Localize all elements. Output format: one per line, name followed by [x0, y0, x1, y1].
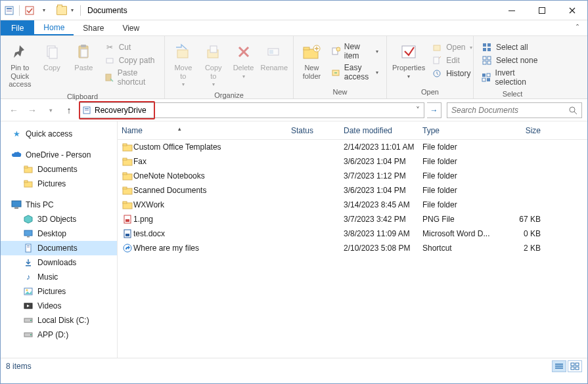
back-button[interactable]: ←	[6, 102, 22, 118]
nav-downloads[interactable]: Downloads	[1, 255, 117, 270]
nav-desktop[interactable]: Desktop	[1, 226, 117, 241]
history-label: History	[446, 69, 470, 78]
file-row[interactable]: OneNote Notebooks3/7/2023 1:12 PMFile fo…	[118, 169, 587, 183]
nav-local-disk-c[interactable]: Local Disk (C:)	[1, 313, 117, 328]
address-dropdown-icon[interactable]: ˅	[412, 106, 424, 115]
nav-documents-label: Documents	[37, 244, 78, 253]
file-row[interactable]: Custom Office Templates2/14/2023 11:01 A…	[118, 140, 587, 154]
nav-3d-objects[interactable]: 3D Objects	[1, 212, 117, 226]
download-icon	[23, 257, 34, 268]
collapse-ribbon-icon[interactable]: ˆ	[568, 20, 587, 35]
move-to-button[interactable]: Move to▾	[169, 39, 198, 90]
file-name: Fax	[133, 157, 291, 166]
desktop-icon	[23, 228, 34, 239]
delete-button[interactable]: Delete▾	[229, 39, 258, 82]
music-icon: ♪	[23, 272, 34, 282]
properties-qat-icon[interactable]	[3, 5, 15, 16]
copy-path-button[interactable]: Copy path	[102, 54, 159, 66]
nav-documents[interactable]: Documents	[1, 241, 117, 255]
nav-onedrive-documents[interactable]: Documents	[1, 162, 117, 177]
search-input[interactable]	[451, 106, 568, 115]
col-date[interactable]: Date modified	[344, 126, 422, 135]
open-button[interactable]: Open ▾	[429, 41, 474, 53]
pin-to-quick-access-button[interactable]: Pin to Quick access	[5, 39, 35, 91]
svg-rect-37	[482, 74, 486, 77]
window-buttons	[497, 1, 587, 20]
new-group: New folder New item ▾ Easy access ▾ New	[294, 36, 387, 98]
properties-qat-checked-icon[interactable]	[24, 5, 35, 16]
navigation-pane[interactable]: ★Quick access OneDrive - Person Document…	[1, 121, 118, 358]
file-row[interactable]: 1.png3/7/2023 3:42 PMPNG File67 KB	[118, 212, 587, 226]
nav-quick-access[interactable]: ★Quick access	[1, 127, 117, 141]
file-row[interactable]: WXWork3/14/2023 8:45 AMFile folder	[118, 198, 587, 212]
close-button[interactable]	[557, 1, 587, 20]
recent-locations-button[interactable]: ▾	[43, 102, 58, 118]
up-button[interactable]: ↑	[61, 102, 77, 118]
nav-app-d[interactable]: APP (D:)	[1, 328, 117, 342]
copy-button[interactable]: Copy	[37, 39, 68, 75]
svg-rect-30	[487, 43, 491, 47]
nav-onedrive-pictures[interactable]: Pictures	[1, 177, 117, 191]
copy-to-label: Copy to	[205, 64, 222, 80]
share-tab[interactable]: Share	[74, 20, 113, 35]
edit-button[interactable]: Edit	[429, 54, 474, 66]
svg-rect-42	[85, 108, 89, 110]
address-input[interactable]	[93, 104, 412, 117]
minimize-button[interactable]	[497, 1, 527, 20]
svg-point-44	[570, 107, 575, 112]
file-row[interactable]: Where are my files2/10/2023 5:08 PMShort…	[118, 241, 587, 255]
details-view-button[interactable]	[552, 360, 566, 372]
svg-rect-82	[571, 363, 574, 366]
view-tab[interactable]: View	[113, 20, 148, 35]
qat-dropdown-icon[interactable]: ▾	[38, 5, 50, 16]
file-row[interactable]: test.docx3/8/2023 11:09 AMMicrosoft Word…	[118, 226, 587, 241]
file-size: 0 KB	[501, 229, 547, 238]
forward-button[interactable]: →	[24, 102, 40, 118]
file-size: 2 KB	[501, 244, 547, 253]
nav-videos[interactable]: Videos	[1, 299, 117, 313]
title-dropdown-icon[interactable]: ▾	[71, 7, 74, 13]
go-button[interactable]: →	[427, 102, 441, 118]
maximize-button[interactable]	[527, 1, 557, 20]
col-size[interactable]: Size	[501, 126, 547, 135]
folder-icon	[122, 156, 133, 167]
paste-shortcut-button[interactable]: Paste shortcut	[102, 68, 159, 87]
address-bar[interactable]: ˅	[79, 102, 424, 118]
cut-button[interactable]: ✂Cut	[102, 41, 159, 53]
select-all-button[interactable]: Select all	[479, 41, 546, 53]
file-name: WXWork	[133, 200, 291, 209]
file-row[interactable]: Fax3/6/2023 1:04 PMFile folder	[118, 154, 587, 169]
paste-icon	[73, 41, 94, 62]
title-bar: ▾ ▾ Documents	[1, 1, 587, 20]
file-row[interactable]: Scanned Documents3/6/2023 1:04 PMFile fo…	[118, 183, 587, 198]
new-folder-button[interactable]: New folder	[298, 39, 326, 83]
svg-rect-11	[81, 49, 87, 57]
nav-music[interactable]: ♪Music	[1, 270, 117, 284]
file-tab[interactable]: File	[1, 20, 34, 35]
file-name: 1.png	[133, 215, 291, 224]
quick-access-toolbar: ▾	[1, 5, 53, 16]
svg-rect-4	[26, 7, 34, 14]
new-item-button[interactable]: New item ▾	[328, 41, 381, 61]
nav-this-pc[interactable]: This PC	[1, 198, 117, 212]
status-bar: 8 items	[1, 358, 587, 373]
paste-button[interactable]: Paste	[68, 39, 99, 75]
properties-button[interactable]: Properties▾	[391, 39, 426, 82]
nav-pictures[interactable]: Pictures	[1, 284, 117, 299]
select-none-button[interactable]: Select none	[479, 54, 546, 66]
col-status[interactable]: Status	[291, 126, 344, 135]
open-group: Properties▾ Open ▾ Edit History Open	[387, 36, 474, 98]
rename-button[interactable]: Rename	[259, 39, 289, 75]
svg-rect-34	[487, 56, 491, 60]
home-tab[interactable]: Home	[34, 20, 74, 35]
history-button[interactable]: History	[429, 68, 474, 79]
search-box[interactable]	[447, 102, 582, 118]
invert-selection-button[interactable]: Invert selection	[479, 68, 546, 87]
col-type[interactable]: Type	[422, 126, 501, 135]
easy-access-button[interactable]: Easy access ▾	[328, 62, 381, 82]
svg-rect-83	[576, 363, 579, 366]
copy-to-button[interactable]: Copy to▾	[199, 39, 228, 90]
nav-onedrive[interactable]: OneDrive - Person	[1, 148, 117, 162]
large-icons-view-button[interactable]	[568, 360, 582, 372]
col-name[interactable]: Name▴	[122, 126, 291, 135]
